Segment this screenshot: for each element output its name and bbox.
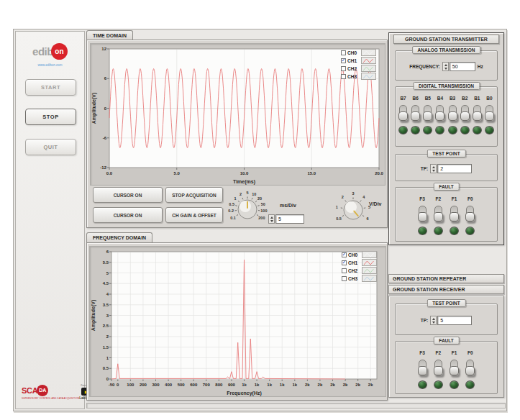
tab-frequency-domain[interactable]: FREQUENCY DOMAIN <box>86 232 152 242</box>
svg-text:2k: 2k <box>305 383 310 387</box>
toggle-switch-b1[interactable] <box>473 105 481 121</box>
ms-div-spinner: 5 <box>268 214 304 224</box>
svg-text:Amplitude(V): Amplitude(V) <box>91 93 97 124</box>
svg-text:4: 4 <box>362 195 365 199</box>
toggle-switch-b4[interactable] <box>436 105 444 121</box>
transmitter-title: GROUND STATION TRANSMITTER <box>393 35 499 44</box>
svg-text:300: 300 <box>152 383 160 387</box>
stop-acquisition-button[interactable]: STOP ACQUISITION <box>165 187 223 203</box>
svg-text:0: 0 <box>106 377 109 381</box>
start-button[interactable]: START <box>25 79 76 96</box>
svg-text:1k: 1k <box>267 383 272 387</box>
bank-column-b2: B2 <box>460 96 470 134</box>
svg-text:1: 1 <box>234 196 236 201</box>
svg-text:2: 2 <box>106 334 109 339</box>
bit-label-f2: F2 <box>436 350 442 356</box>
legend-checkbox-ch0[interactable]: ✓ <box>342 252 347 257</box>
horizontal-scrollbar[interactable] <box>86 403 506 408</box>
legend-checkbox-ch1[interactable]: ✓ <box>341 58 346 63</box>
ms-div-label: ms/Div <box>280 203 296 208</box>
tx-tp-spin-down[interactable] <box>431 169 436 173</box>
legend-checkbox-ch3[interactable] <box>342 276 347 281</box>
legend-checkbox-ch2[interactable] <box>342 268 347 273</box>
toggle-switch-f0[interactable] <box>466 206 474 222</box>
legend-checkbox-ch2[interactable] <box>341 66 346 71</box>
ms-div-spin-buttons[interactable] <box>268 214 275 224</box>
cursor-on-button-1[interactable]: CURSOR ON <box>93 187 163 203</box>
toggle-switch-f3[interactable] <box>419 206 427 222</box>
rx-tp-field[interactable]: 5 <box>437 316 472 325</box>
toggle-switch-f0[interactable] <box>466 360 474 375</box>
v-div-knob[interactable]: 0.5123456 <box>328 185 378 231</box>
bank-column-f3: F3 <box>418 350 427 389</box>
rx-tp-label: TP: <box>421 318 428 323</box>
toggle-switch-f3[interactable] <box>419 360 427 375</box>
cursor-on-button-2[interactable]: CURSOR ON <box>93 207 163 223</box>
svg-text:10: 10 <box>252 192 256 196</box>
legend-checkbox-ch3[interactable] <box>341 74 346 79</box>
ms-div-field[interactable]: 5 <box>275 214 304 224</box>
bit-label-b0: B0 <box>486 96 492 101</box>
svg-text:100: 100 <box>260 209 267 213</box>
bank-column-f2: F2 <box>434 196 443 235</box>
toggle-switch-b2[interactable] <box>461 105 469 121</box>
bank-column-b5: B5 <box>423 96 432 134</box>
stop-button[interactable]: STOP <box>25 109 76 125</box>
legend-checkbox-ch1[interactable]: ✓ <box>342 260 347 265</box>
legend-row-ch3: CH3 <box>341 73 376 80</box>
frequency-spin-down[interactable] <box>443 67 448 71</box>
svg-text:400: 400 <box>165 383 173 387</box>
screen: edib on www.edibon.com START STOP QUIT S… <box>0 0 520 420</box>
toggle-switch-b0[interactable] <box>485 105 493 121</box>
bank-column-f0: F0 <box>465 350 475 389</box>
bit-label-b5: B5 <box>425 96 431 101</box>
tx-tp-spin-buttons[interactable] <box>430 164 437 173</box>
tab-time-domain[interactable]: TIME DOMAIN <box>86 30 133 40</box>
toggle-switch-f1[interactable] <box>450 206 458 222</box>
frequency-spin-buttons[interactable] <box>442 62 449 71</box>
toggle-switch-f1[interactable] <box>450 360 458 375</box>
toggle-switch-b3[interactable] <box>449 105 457 121</box>
svg-text:0.2: 0.2 <box>228 209 234 213</box>
toggle-switch-b5[interactable] <box>424 105 432 121</box>
edibon-logo-circle: on <box>51 43 68 60</box>
tx-fault-group: FAULT F3F2F1F0 <box>395 187 498 242</box>
rx-tp-spin-buttons[interactable] <box>430 316 437 325</box>
sidebar: edib on www.edibon.com START STOP QUIT S… <box>15 31 85 409</box>
svg-text:20.0: 20.0 <box>375 171 383 175</box>
svg-text:100: 100 <box>127 383 134 387</box>
led-f3 <box>418 227 427 235</box>
bit-label-f3: F3 <box>419 196 425 202</box>
legend-row-ch0: ✓CH0 <box>342 251 377 258</box>
legend-swatch-ch0 <box>362 251 377 258</box>
tx-tp-field[interactable]: 2 <box>437 164 472 173</box>
svg-text:5.0: 5.0 <box>174 171 181 175</box>
svg-text:2: 2 <box>240 192 242 196</box>
legend-row-ch1: ✓CH1 <box>342 259 377 266</box>
ms-div-spin-down[interactable] <box>269 219 274 224</box>
scada-tagline: SUPERVISORY CONTROL AND DATA ACQUISITION <box>22 397 79 400</box>
toggle-switch-f2[interactable] <box>434 360 442 375</box>
rx-fault-title: FAULT <box>433 337 459 344</box>
toggle-switch-f2[interactable] <box>434 206 442 222</box>
bit-label-f2: F2 <box>436 196 442 202</box>
toggle-switch-b7[interactable] <box>399 105 407 121</box>
led-f2 <box>434 380 443 389</box>
svg-text:5: 5 <box>106 271 109 275</box>
ch-gain-offset-button[interactable]: CH GAIN & OFFSET <box>165 207 223 223</box>
led-b1 <box>473 126 482 134</box>
rx-tp-spin-down[interactable] <box>431 321 436 325</box>
scada-logo-circle: DA <box>37 385 48 396</box>
svg-text:6: 6 <box>106 250 109 254</box>
legend-checkbox-ch0[interactable] <box>341 50 346 55</box>
frequency-field[interactable]: 50 <box>450 62 475 71</box>
legend-row-ch0: CH0 <box>341 49 376 56</box>
toggle-switch-b6[interactable] <box>411 105 419 121</box>
tx-test-point-title: TEST POINT <box>427 150 465 158</box>
legend-label-ch3: CH3 <box>348 276 360 281</box>
rx-test-point-group: TEST POINT TP: 5 <box>395 303 498 335</box>
scada-logo: SCA DA <box>22 385 79 396</box>
ms-div-knob[interactable]: 0.10.20.5125102050100200 <box>222 184 273 230</box>
bank-column-b6: B6 <box>411 96 420 134</box>
quit-button[interactable]: QUIT <box>25 139 76 155</box>
